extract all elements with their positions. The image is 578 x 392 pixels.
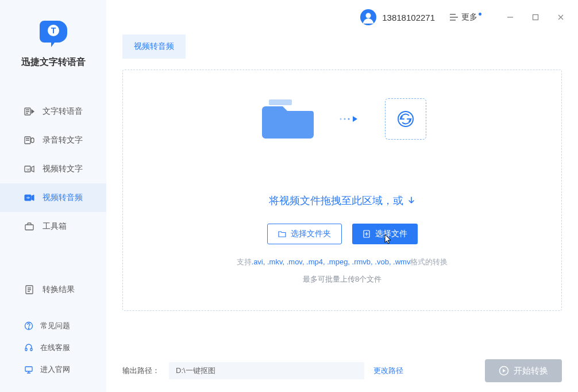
sidebar-nav: 文字转语音 录音转文字 W 视频转文字 视频转音频 工具箱 (0, 97, 106, 315)
svg-rect-12 (25, 348, 27, 351)
hint-text: 将视频文件拖拽至此区域，或 (269, 194, 403, 207)
svg-rect-13 (30, 348, 32, 351)
main-area: 13818102271 更多 视频转音频 (106, 0, 578, 392)
close-button[interactable] (555, 11, 567, 23)
arrow-right-icon (339, 115, 362, 123)
sidebar-item-vtt[interactable]: W 视频转文字 (0, 155, 106, 183)
app-logo: T (37, 16, 70, 48)
file-plus-icon (363, 230, 371, 238)
tab-label: 视频转音频 (134, 41, 174, 51)
start-convert-button[interactable]: 开始转换 (485, 359, 562, 382)
window-controls (504, 11, 567, 23)
formats-prefix: 支持 (237, 258, 252, 266)
maximize-button[interactable] (530, 11, 541, 23)
results-icon (24, 285, 34, 295)
folder-outline-icon (278, 230, 286, 238)
start-label: 开始转换 (514, 366, 548, 376)
content: 将视频文件拖拽至此区域，或 选择文件夹 选择文件 支持.avi, .mkv, .… (106, 59, 578, 349)
dropzone-illustration (259, 96, 426, 142)
app-name: 迅捷文字转语音 (21, 56, 86, 68)
question-icon (24, 321, 33, 330)
dropzone-hint: 将视频文件拖拽至此区域，或 (269, 194, 416, 207)
sidebar-item-stt[interactable]: 录音转文字 (0, 126, 106, 155)
sidebar: T 迅捷文字转语音 文字转语音 录音转文字 W 视频转文字 视频 (0, 0, 106, 392)
text-to-speech-icon (24, 106, 34, 117)
sidebar-item-label: 视频转音频 (43, 193, 83, 203)
monitor-icon (24, 365, 33, 374)
bottom-link-faq[interactable]: 常见问题 (0, 315, 106, 337)
svg-point-16 (366, 13, 371, 18)
header: 13818102271 更多 (106, 0, 578, 34)
sidebar-item-label: 工具箱 (43, 221, 67, 232)
conversion-target-icon (385, 98, 426, 140)
svg-rect-18 (269, 99, 292, 105)
svg-text:T: T (51, 26, 56, 35)
svg-rect-8 (25, 225, 33, 230)
sidebar-bottom-links: 常见问题 在线客服 进入官网 (0, 315, 106, 392)
sidebar-item-label: 文字转语音 (43, 106, 83, 117)
svg-point-19 (340, 118, 341, 120)
svg-point-11 (28, 328, 29, 328)
select-file-label: 选择文件 (375, 229, 407, 239)
tab-video-to-audio[interactable]: 视频转音频 (122, 34, 186, 59)
svg-point-21 (348, 118, 349, 120)
notification-dot-icon (479, 13, 481, 16)
bottom-link-website[interactable]: 进入官网 (0, 359, 106, 381)
bottom-link-label: 在线客服 (40, 343, 70, 353)
file-pick-buttons: 选择文件夹 选择文件 (267, 224, 418, 244)
headset-icon (24, 343, 33, 352)
video-to-audio-icon (24, 193, 34, 203)
folder-icon (259, 96, 316, 142)
output-path-input[interactable] (169, 362, 364, 379)
sidebar-item-tts[interactable]: 文字转语音 (0, 97, 106, 126)
bottom-link-label: 进入官网 (40, 364, 70, 375)
footer: 输出路径： 更改路径 开始转换 (106, 349, 578, 392)
select-folder-button[interactable]: 选择文件夹 (267, 224, 342, 244)
more-label: 更多 (461, 12, 477, 22)
svg-rect-4 (31, 138, 34, 143)
sidebar-item-label: 录音转文字 (43, 135, 83, 145)
avatar-icon (360, 9, 376, 25)
formats-list: .avi, .mkv, .mov, .mp4, .mpeg, .rmvb, .v… (252, 258, 411, 266)
change-path-link[interactable]: 更改路径 (373, 366, 403, 376)
svg-point-20 (344, 118, 345, 120)
bottom-link-support[interactable]: 在线客服 (0, 337, 106, 359)
minimize-button[interactable] (504, 11, 516, 23)
supported-formats: 支持.avi, .mkv, .mov, .mp4, .mpeg, .rmvb, … (237, 257, 448, 267)
svg-rect-14 (25, 367, 32, 371)
dropzone[interactable]: 将视频文件拖拽至此区域，或 选择文件夹 选择文件 支持.avi, .mkv, .… (122, 70, 562, 311)
sidebar-item-label: 视频转文字 (43, 164, 83, 174)
formats-suffix: 格式的转换 (410, 258, 448, 266)
more-button[interactable]: 更多 (450, 12, 484, 22)
arrow-down-icon (407, 196, 416, 205)
toolbox-icon (24, 221, 34, 232)
audio-to-text-icon (24, 135, 34, 145)
user-area[interactable]: 13818102271 (360, 9, 435, 25)
logo-area: T 迅捷文字转语音 (0, 0, 106, 80)
menu-lines-icon (450, 14, 458, 21)
svg-rect-17 (533, 15, 538, 20)
select-folder-label: 选择文件夹 (291, 229, 331, 239)
sidebar-item-vta[interactable]: 视频转音频 (0, 183, 106, 212)
content-tabs: 视频转音频 (106, 34, 578, 59)
video-to-text-icon: W (24, 164, 34, 174)
play-circle-icon (499, 366, 509, 376)
output-path-label: 输出路径： (122, 366, 160, 376)
user-id: 13818102271 (382, 13, 435, 22)
upload-limit: 最多可批量上传8个文件 (303, 274, 382, 285)
svg-text:W: W (26, 168, 30, 171)
sidebar-item-label: 转换结果 (43, 285, 75, 295)
sidebar-item-toolbox[interactable]: 工具箱 (0, 212, 106, 241)
select-file-button[interactable]: 选择文件 (352, 224, 418, 244)
bottom-link-label: 常见问题 (40, 321, 70, 331)
sidebar-item-results[interactable]: 转换结果 (0, 275, 106, 304)
